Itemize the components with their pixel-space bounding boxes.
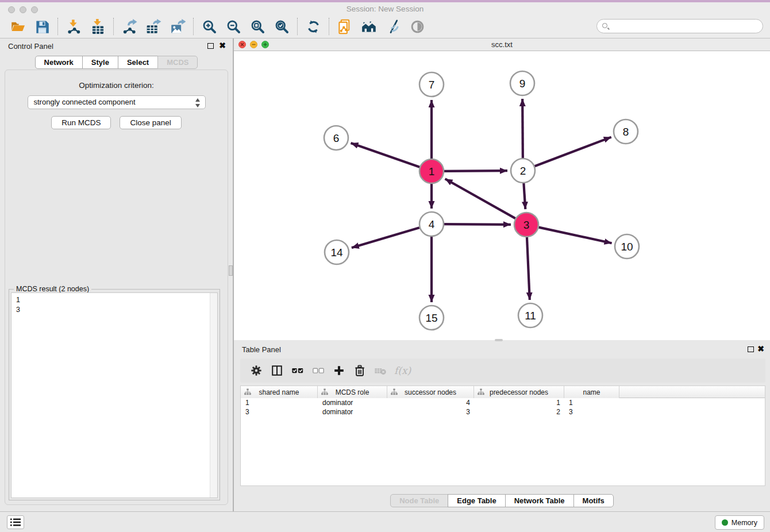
column-header-label: predecessor nodes: [490, 388, 548, 396]
search-input[interactable]: [612, 20, 759, 32]
graph-edge-3-11[interactable]: [527, 237, 530, 300]
close-table-panel-icon[interactable]: ✖: [757, 345, 764, 353]
add-column-icon[interactable]: [329, 362, 349, 379]
eye-icon[interactable]: [409, 18, 426, 35]
column-header-shared-name[interactable]: shared name: [241, 386, 318, 398]
table-row[interactable]: 1dominator411: [241, 398, 765, 407]
column-header-label: MCDS role: [336, 388, 369, 396]
column-header-successor-nodes[interactable]: successor nodes: [387, 386, 474, 398]
home-icon[interactable]: [360, 18, 378, 35]
zoom-fit-icon[interactable]: [249, 18, 266, 35]
mcds-panel: Optimization criterion: strongly connect…: [5, 70, 228, 505]
graph-edge-3-1[interactable]: [445, 179, 515, 218]
export-table-icon[interactable]: [145, 18, 162, 35]
column-header-mcds-role[interactable]: MCDS role: [318, 386, 387, 398]
zoom-in-icon[interactable]: [201, 18, 218, 35]
result-scrollbar[interactable]: [210, 293, 217, 498]
mcds-result-title: MCDS result (2 nodes): [14, 285, 91, 293]
tab-mcds[interactable]: MCDS: [157, 56, 198, 69]
graph-node-label-14: 14: [330, 246, 343, 259]
float-panel-icon[interactable]: [207, 43, 214, 49]
graph-edge-2-8[interactable]: [535, 137, 611, 167]
import-network-icon[interactable]: [65, 18, 82, 35]
table-row[interactable]: 3dominator323: [241, 407, 765, 417]
graph-node-label-2: 2: [520, 165, 526, 177]
window-title: Session: New Session: [0, 5, 770, 13]
checked-boxes-icon[interactable]: [287, 362, 308, 379]
optimization-criterion-select[interactable]: strongly connected component: [28, 95, 206, 109]
close-panel-icon[interactable]: ✖: [219, 41, 226, 49]
float-table-panel-icon[interactable]: [748, 346, 754, 352]
memory-label: Memory: [732, 519, 757, 527]
column-header-predecessor-nodes[interactable]: predecessor nodes: [474, 386, 564, 398]
memory-button[interactable]: Memory: [715, 515, 764, 530]
search-icon: [602, 23, 607, 28]
graph-edge-2-3[interactable]: [523, 183, 525, 209]
table-body: 1dominator4113dominator323: [241, 398, 765, 417]
cell-name[interactable]: 3: [564, 407, 619, 417]
graph-node-label-8: 8: [623, 126, 629, 138]
tab-node-table[interactable]: Node Table: [390, 494, 448, 507]
result-line: 3: [16, 305, 217, 315]
open-folder-icon[interactable]: [9, 18, 26, 35]
memory-status-icon: [722, 519, 728, 526]
tab-style[interactable]: Style: [82, 56, 118, 69]
task-list-button[interactable]: [7, 515, 24, 529]
column-type-icon: [244, 388, 251, 395]
import-table-icon[interactable]: [89, 18, 106, 35]
save-icon[interactable]: [33, 18, 51, 35]
cell-name[interactable]: 1: [564, 398, 619, 407]
cell-successor-nodes[interactable]: 4: [387, 398, 474, 407]
toolbar-separator: [57, 18, 58, 35]
function-icon[interactable]: f(x): [394, 365, 411, 376]
gear-icon[interactable]: [246, 362, 267, 379]
column-type-icon: [391, 388, 398, 395]
tab-edge-table[interactable]: Edge Table: [448, 494, 505, 507]
graph-edge-1-2[interactable]: [444, 171, 507, 171]
hide-panel-icon[interactable]: [384, 18, 402, 35]
cell-predecessor-nodes[interactable]: 2: [474, 407, 564, 417]
cell-shared-name[interactable]: 1: [241, 398, 318, 407]
cell-predecessor-nodes[interactable]: 1: [474, 398, 564, 407]
graph-node-label-4: 4: [429, 218, 435, 230]
control-panel-tabs: NetworkStyleSelectMCDS: [0, 56, 233, 69]
graph-edge-4-3[interactable]: [444, 224, 511, 225]
open-session-icon[interactable]: [336, 18, 353, 35]
zoom-out-icon[interactable]: [225, 18, 242, 35]
cell-mcds-role[interactable]: dominator: [318, 398, 387, 407]
graph-edge-3-10[interactable]: [538, 228, 611, 244]
mcds-result-text[interactable]: 13: [11, 292, 218, 498]
tab-network[interactable]: Network: [35, 56, 83, 69]
graph-edge-1-6[interactable]: [351, 143, 419, 167]
delete-table-icon[interactable]: [370, 362, 391, 379]
network-canvas[interactable]: 7968124314101511: [234, 51, 770, 340]
optimization-criterion-label: Optimization criterion:: [5, 81, 228, 90]
window-resize-handle[interactable]: [495, 339, 503, 341]
tab-network-table[interactable]: Network Table: [505, 494, 574, 507]
close-panel-button[interactable]: Close panel: [120, 116, 181, 129]
unchecked-boxes-icon[interactable]: [308, 362, 329, 379]
graph-node-label-1: 1: [429, 165, 435, 178]
toolbar-separator: [193, 18, 194, 35]
cell-shared-name[interactable]: 3: [241, 407, 318, 417]
tab-motifs[interactable]: Motifs: [573, 494, 614, 507]
export-network-icon[interactable]: [121, 18, 138, 35]
tab-select[interactable]: Select: [118, 56, 158, 69]
toolbar-separator: [297, 18, 298, 35]
export-image-icon[interactable]: [169, 18, 186, 35]
optimization-criterion-value: strongly connected component: [34, 98, 136, 106]
graph-node-label-10: 10: [621, 241, 633, 253]
refresh-icon[interactable]: [305, 18, 322, 35]
split-columns-icon[interactable]: [267, 362, 287, 379]
zoom-selected-icon[interactable]: [273, 18, 290, 35]
cell-successor-nodes[interactable]: 3: [387, 407, 474, 417]
column-header-name[interactable]: name: [564, 386, 619, 398]
graph-node-label-7: 7: [429, 79, 435, 91]
network-window: scc.txt 7968124314101511: [234, 38, 770, 340]
splitter-handle[interactable]: [229, 265, 233, 276]
delete-icon[interactable]: [349, 362, 370, 379]
cell-mcds-role[interactable]: dominator: [318, 407, 387, 417]
run-mcds-button[interactable]: Run MCDS: [51, 116, 111, 129]
graph-edge-2-9[interactable]: [522, 99, 523, 158]
graph-edge-4-14[interactable]: [352, 228, 419, 248]
